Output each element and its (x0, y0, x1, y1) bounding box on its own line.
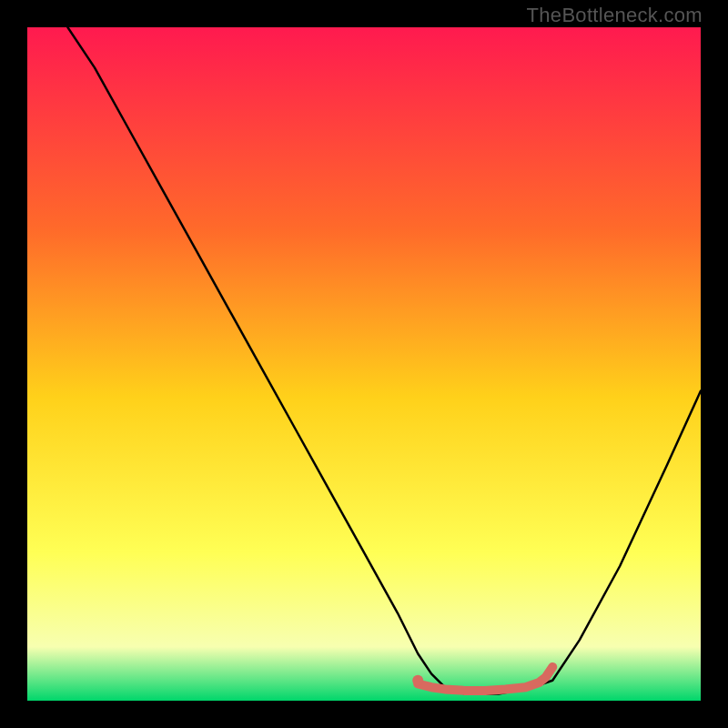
bottleneck-chart (27, 27, 701, 701)
optimal-point-dot (412, 675, 423, 686)
chart-frame (27, 27, 701, 701)
brand-watermark: TheBottleneck.com (527, 4, 703, 27)
